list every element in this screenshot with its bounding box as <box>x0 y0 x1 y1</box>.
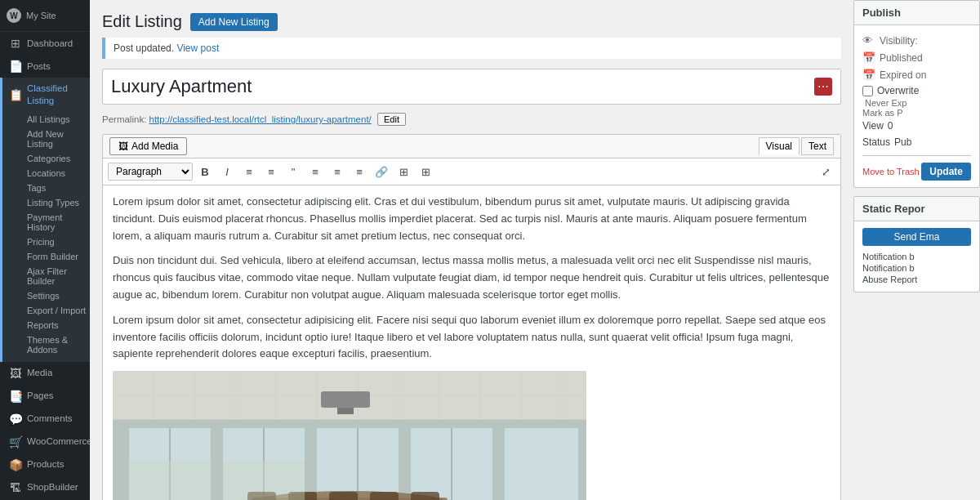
update-button[interactable]: Update <box>921 163 971 181</box>
expired-row: 📅 Expired on <box>862 66 971 83</box>
sidebar: W My Site ⊞ Dashboard 📄 Posts 📋 Classifi… <box>0 0 90 500</box>
editor-body[interactable]: Lorem ipsum dolor sit amet, consectetur … <box>103 185 840 500</box>
bold-button[interactable]: B <box>195 162 215 181</box>
permalink-url[interactable]: http://classified-test.local/rtcl_listin… <box>149 114 372 124</box>
page-title: Edit Listing <box>102 12 182 31</box>
svg-rect-15 <box>337 408 354 414</box>
insert-table-button[interactable]: ⊞ <box>394 162 413 181</box>
add-media-icon: 🖼 <box>118 141 128 152</box>
sidebar-item-label: Dashboard <box>27 38 73 50</box>
visibility-row: 👁 Visibility: <box>862 32 971 49</box>
tab-visual[interactable]: Visual <box>759 137 800 155</box>
publish-box: Publish 👁 Visibility: 📅 Published 📅 Expi… <box>853 0 980 188</box>
editor-tabs: Visual Text <box>759 137 834 155</box>
static-report-header: Static Repor <box>854 197 979 221</box>
italic-button[interactable]: I <box>217 162 237 181</box>
submenu-listing-types[interactable]: Listing Types <box>27 195 87 210</box>
sidebar-item-media[interactable]: 🖼 Media <box>0 362 90 385</box>
published-row: 📅 Published <box>862 49 971 66</box>
post-title-input[interactable] <box>111 76 814 97</box>
submenu-all-listings[interactable]: All Listings <box>27 112 87 127</box>
publish-box-body: 👁 Visibility: 📅 Published 📅 Expired on O… <box>854 25 979 187</box>
expired-label: Expired on <box>880 69 926 81</box>
ordered-list-button[interactable]: ≡ <box>261 162 281 181</box>
sidebar-item-label: Posts <box>27 60 51 73</box>
static-report-box: Static Repor Send Ema Notification b Not… <box>853 196 980 292</box>
overwrite-checkbox[interactable] <box>862 86 873 96</box>
blockquote-button[interactable]: " <box>283 162 303 181</box>
status-value: Pub <box>894 136 911 148</box>
sidebar-item-products[interactable]: 📦 Products <box>0 453 90 476</box>
view-post-link[interactable]: View post <box>176 42 219 54</box>
submenu-settings[interactable]: Settings <box>27 288 87 303</box>
move-to-trash-link[interactable]: Move to Trash <box>862 167 920 176</box>
add-media-label: Add Media <box>131 141 178 152</box>
submenu-themes-addons[interactable]: Themes & Addons <box>27 333 87 357</box>
posts-icon: 📄 <box>9 60 22 73</box>
calendar-icon: 📅 <box>862 51 875 64</box>
sidebar-item-label: ShopBuilder <box>27 481 78 493</box>
never-exp-row: Never Exp <box>862 98 971 108</box>
fullscreen-button[interactable]: ⤢ <box>816 162 835 181</box>
woocommerce-icon: 🛒 <box>9 435 22 449</box>
add-new-listing-button[interactable]: Add New Listing <box>190 13 278 31</box>
overwrite-label: Overwrite <box>877 85 919 96</box>
align-right-button[interactable]: ≡ <box>350 162 369 181</box>
permalink-label: Permalink: <box>102 114 146 124</box>
link-button[interactable]: 🔗 <box>372 162 391 181</box>
right-panel: Publish 👁 Visibility: 📅 Published 📅 Expi… <box>853 0 980 500</box>
submenu-ajax-filter[interactable]: Ajax Filter Builder <box>27 264 87 288</box>
submenu-add-new-listing[interactable]: Add New Listing <box>27 127 87 151</box>
sidebar-item-woocommerce[interactable]: 🛒 WooCommerce <box>0 431 90 453</box>
unordered-list-button[interactable]: ≡ <box>239 162 259 181</box>
post-title-container: ⋯ <box>102 69 841 105</box>
abuse-report: Abuse Report <box>862 274 971 285</box>
tab-text[interactable]: Text <box>801 137 834 155</box>
notice-bar: Post updated. View post <box>102 38 841 59</box>
publish-title: Publish <box>862 7 901 19</box>
submenu-locations[interactable]: Locations <box>27 166 87 181</box>
sidebar-item-comments[interactable]: 💬 Comments <box>0 408 90 431</box>
submenu-categories[interactable]: Categories <box>27 151 87 166</box>
format-select[interactable]: Paragraph <box>108 163 193 181</box>
dashboard-icon: ⊞ <box>9 37 22 50</box>
wp-logo-icon: W <box>7 8 21 23</box>
align-center-button[interactable]: ≡ <box>327 162 347 181</box>
sidebar-item-classified-listing[interactable]: 📋 Classified Listing All Listings Add Ne… <box>0 78 90 362</box>
sidebar-item-shopbuilder[interactable]: 🏗 ShopBuilder <box>0 476 90 499</box>
sidebar-item-posts[interactable]: 📄 Posts <box>0 55 90 78</box>
pages-icon: 📑 <box>9 390 22 403</box>
editor-top-bar: 🖼 Add Media Visual Text <box>103 135 840 158</box>
paragraph-1: Lorem ipsum dolor sit amet, consectetur … <box>113 194 831 244</box>
submenu-export-import[interactable]: Export / Import <box>27 303 87 318</box>
align-left-button[interactable]: ≡ <box>305 162 325 181</box>
submenu-pricing[interactable]: Pricing <box>27 234 87 249</box>
svg-rect-34 <box>223 461 305 500</box>
svg-rect-32 <box>411 492 439 500</box>
editor-toolbar: Paragraph B I ≡ ≡ " ≡ ≡ ≡ 🔗 ⊞ ⊞ ⤢ <box>103 158 840 185</box>
submenu-reports[interactable]: Reports <box>27 318 87 333</box>
svg-rect-31 <box>370 492 399 500</box>
publish-box-header: Publish <box>854 1 979 25</box>
classified-submenu: All Listings Add New Listing Categories … <box>9 112 87 357</box>
sidebar-item-pages[interactable]: 📑 Pages <box>0 385 90 408</box>
listing-image <box>113 371 586 500</box>
send-email-button[interactable]: Send Ema <box>862 228 971 246</box>
editor-container: 🖼 Add Media Visual Text Paragraph B I ≡ <box>102 134 841 500</box>
submenu-form-builder[interactable]: Form Builder <box>27 249 87 264</box>
sidebar-item-dashboard[interactable]: ⊞ Dashboard <box>0 32 90 55</box>
sidebar-item-label: Comments <box>27 413 73 425</box>
permalink-edit-button[interactable]: Edit <box>377 113 406 126</box>
classified-listing-icon: 📋 <box>9 88 22 101</box>
submenu-payment-history[interactable]: Payment History <box>27 210 87 234</box>
submenu-tags[interactable]: Tags <box>27 181 87 195</box>
more-options-button[interactable]: ⊞ <box>416 162 435 181</box>
post-options-button[interactable]: ⋯ <box>814 78 832 96</box>
notification-1: Notification b <box>862 251 971 262</box>
editor-panel: Edit Listing Add New Listing Post update… <box>90 0 853 500</box>
site-name: My Site <box>26 11 56 20</box>
products-icon: 📦 <box>9 458 22 471</box>
add-media-button[interactable]: 🖼 Add Media <box>109 137 187 155</box>
status-row: Status Pub <box>862 134 971 150</box>
view-value: 0 <box>888 120 893 132</box>
